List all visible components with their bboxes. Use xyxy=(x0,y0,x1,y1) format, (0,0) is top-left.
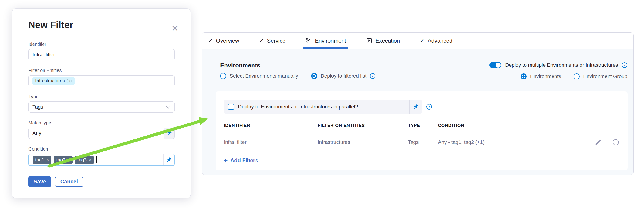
tab-service[interactable]: ✓ Service xyxy=(258,33,286,49)
radio-label: Environment Group xyxy=(583,74,627,80)
table-header-row: IDENTIFIER FILTER ON ENTITIES TYPE CONDI… xyxy=(224,123,619,128)
close-icon[interactable]: ✕ xyxy=(172,24,178,33)
check-icon: ✓ xyxy=(259,38,264,44)
parallel-option: Deploy to Environments or Infrastructure… xyxy=(224,100,422,114)
parallel-label: Deploy to Environments or Infrastructure… xyxy=(238,104,358,110)
radio-icon xyxy=(520,74,527,80)
check-icon: ✓ xyxy=(420,38,424,44)
chevron-down-icon xyxy=(166,104,170,108)
tab-overview[interactable]: ✓ Overview xyxy=(207,33,240,49)
tab-label: Overview xyxy=(216,38,239,44)
radio-deploy-filtered-list[interactable]: Deploy to filtered list i xyxy=(311,73,376,79)
parallel-option-row: Deploy to Environments or Infrastructure… xyxy=(224,100,619,114)
radio-label: Select Environments manually xyxy=(230,73,298,79)
radio-label: Environments xyxy=(530,74,561,80)
content-header: Environments Select Environments manuall… xyxy=(216,62,627,80)
page: New Filter ✕ Identifier Infra_filter Fil… xyxy=(0,0,644,208)
info-icon[interactable]: i xyxy=(426,104,432,110)
add-filters-label: Add Filters xyxy=(230,158,258,164)
filters-table: IDENTIFIER FILTER ON ENTITIES TYPE CONDI… xyxy=(224,123,619,146)
match-type-label: Match type xyxy=(28,120,174,126)
parallel-checkbox[interactable] xyxy=(228,104,234,110)
cell-entities: Infrastructures xyxy=(318,139,408,145)
radio-environment-group[interactable]: Environment Group xyxy=(574,74,627,80)
tab-environment[interactable]: Environment xyxy=(304,33,347,49)
filter-on-entities-label: Filter on Entities xyxy=(28,68,174,73)
filter-on-entities-field-group: Filter on Entities Infrastructures × xyxy=(28,68,174,86)
identifier-value: Infra_filter xyxy=(32,52,55,58)
tab-label: Service xyxy=(267,38,286,44)
target-type-radios: Environments Environment Group xyxy=(520,74,627,80)
tag-remove-icon[interactable]: × xyxy=(89,158,92,162)
table-row: Infra_filter Infrastructures Tags Any - … xyxy=(224,139,619,146)
radio-select-manually[interactable]: Select Environments manually xyxy=(220,73,298,79)
tag-chip: tag1 × xyxy=(33,156,52,164)
match-type-main: Any xyxy=(29,128,164,138)
tab-execution[interactable]: Execution xyxy=(365,33,401,49)
filters-card: Deploy to Environments or Infrastructure… xyxy=(216,92,628,170)
header-condition: CONDITION xyxy=(438,123,580,128)
execution-play-icon xyxy=(366,38,372,44)
radio-icon xyxy=(574,74,580,80)
row-actions xyxy=(580,139,619,146)
header-filter-on-entities: FILTER ON ENTITIES xyxy=(318,123,408,128)
header-identifier: IDENTIFIER xyxy=(224,123,318,128)
radio-label: Deploy to filtered list xyxy=(320,73,366,79)
parallel-main: Deploy to Environments or Infrastructure… xyxy=(224,104,409,110)
entities-chip-label: Infrastructures xyxy=(35,78,65,84)
text-cursor xyxy=(96,156,97,163)
pushpin-icon xyxy=(165,129,173,137)
multi-deploy-section: Deploy to multiple Environments or Infra… xyxy=(489,62,627,80)
tag-chip-label: tag3 xyxy=(78,157,86,162)
tab-label: Advanced xyxy=(428,38,452,44)
condition-main: tag1 × tag2 × tag3 × xyxy=(29,154,164,166)
multi-deploy-toggle[interactable] xyxy=(489,62,502,68)
match-type-field-group: Match type Any xyxy=(28,120,174,139)
info-icon[interactable]: i xyxy=(622,62,627,68)
check-icon: ✓ xyxy=(208,38,213,44)
pushpin-icon xyxy=(165,156,173,164)
modal-fields: Identifier Infra_filter Filter on Entiti… xyxy=(28,42,174,187)
remove-minus-circle-icon[interactable] xyxy=(612,139,619,146)
tag-remove-icon[interactable]: × xyxy=(68,158,70,162)
environments-section: Environments Select Environments manuall… xyxy=(220,62,376,79)
cancel-button[interactable]: Cancel xyxy=(55,177,83,187)
condition-input[interactable]: tag1 × tag2 × tag3 × xyxy=(28,154,174,166)
save-button[interactable]: Save xyxy=(28,176,51,187)
identifier-input[interactable]: Infra_filter xyxy=(28,49,174,60)
tag-remove-icon[interactable]: × xyxy=(46,158,49,162)
tab-label: Environment xyxy=(315,38,346,44)
edit-pencil-icon[interactable] xyxy=(595,139,602,146)
environment-tab-content: Environments Select Environments manuall… xyxy=(202,49,633,175)
condition-label: Condition xyxy=(28,146,174,152)
chevron-down-icon xyxy=(156,131,160,134)
chip-remove-icon[interactable]: × xyxy=(67,78,72,84)
radio-environments[interactable]: Environments xyxy=(520,74,561,80)
type-select[interactable]: Tags xyxy=(28,102,174,112)
identifier-label: Identifier xyxy=(28,42,174,47)
pin-button[interactable] xyxy=(164,154,174,166)
type-label: Type xyxy=(28,94,174,99)
cell-condition: Any - tag1, tag2 (+1) xyxy=(438,139,580,145)
type-value: Tags xyxy=(32,104,43,110)
radio-icon xyxy=(311,73,317,79)
cell-identifier: Infra_filter xyxy=(224,139,318,145)
tab-advanced[interactable]: ✓ Advanced xyxy=(419,33,453,49)
stage-tabbar: ✓ Overview ✓ Service Environment xyxy=(202,33,633,49)
entities-chip: Infrastructures × xyxy=(32,77,74,85)
tag-chip: tag3 × xyxy=(75,156,94,164)
pin-button[interactable] xyxy=(409,100,422,114)
tag-chip-label: tag2 xyxy=(56,157,65,162)
section-title: Environments xyxy=(220,62,376,69)
tab-label: Execution xyxy=(376,38,400,44)
add-filters-button[interactable]: + Add Filters xyxy=(224,157,258,164)
pin-button[interactable] xyxy=(164,128,174,138)
stage-config-panel: ✓ Overview ✓ Service Environment xyxy=(202,32,634,175)
radio-icon xyxy=(220,73,226,79)
deploy-mode-radios: Select Environments manually Deploy to f… xyxy=(220,73,376,79)
tag-chip-label: tag1 xyxy=(35,157,44,162)
filter-on-entities-input[interactable]: Infrastructures × xyxy=(28,75,174,86)
match-type-select[interactable]: Any xyxy=(28,128,174,139)
info-icon[interactable]: i xyxy=(370,73,376,79)
modal-title: New Filter xyxy=(28,20,174,30)
